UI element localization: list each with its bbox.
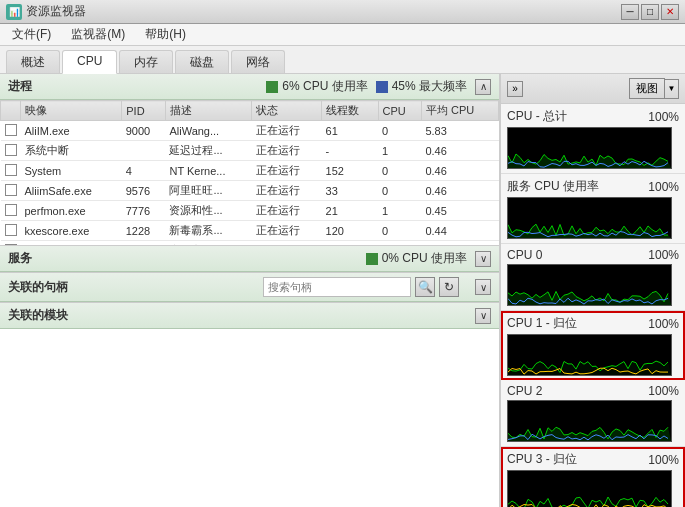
row-desc: NT Kerne...	[165, 161, 251, 181]
table-row[interactable]: perfmon.exe 7776 资源和性... 正在运行 21 1 0.45	[1, 201, 499, 221]
row-threads: -	[322, 141, 379, 161]
row-pid: 7776	[122, 201, 166, 221]
green-indicator	[266, 81, 278, 93]
module-info: ∨	[475, 308, 491, 324]
cpu-chart-item: CPU 1 - 归位 100%	[501, 311, 685, 380]
th-desc[interactable]: 描述	[165, 101, 251, 121]
handle-search-button[interactable]: 🔍	[415, 277, 435, 297]
row-checkbox[interactable]	[1, 181, 21, 201]
row-cpu: 2	[378, 241, 421, 246]
service-cpu-text: 0% CPU 使用率	[382, 250, 467, 267]
row-avgcpu: 0.46	[421, 161, 498, 181]
row-cpu: 0	[378, 181, 421, 201]
tab-overview[interactable]: 概述	[6, 50, 60, 73]
row-status: 正在运行	[252, 181, 322, 201]
view-dropdown: 视图 ▼	[629, 78, 679, 99]
menu-help[interactable]: 帮助(H)	[139, 24, 192, 45]
maximize-button[interactable]: □	[641, 4, 659, 20]
process-section: 进程 6% CPU 使用率 45% 最大频率 ∧	[0, 74, 499, 245]
table-row[interactable]: 系统中断 延迟过程... 正在运行 - 1 0.46	[1, 141, 499, 161]
row-checkbox[interactable]	[1, 121, 21, 141]
process-info: 6% CPU 使用率 45% 最大频率 ∧	[266, 78, 491, 95]
row-desc: AliWang...	[165, 121, 251, 141]
row-status: 正在运行	[252, 141, 322, 161]
table-row[interactable]: System 4 NT Kerne... 正在运行 152 0 0.46	[1, 161, 499, 181]
table-row[interactable]: AliimSafe.exe 9576 阿里旺旺... 正在运行 33 0 0.4…	[1, 181, 499, 201]
tab-memory[interactable]: 内存	[119, 50, 173, 73]
th-status[interactable]: 状态	[252, 101, 322, 121]
title-bar: 📊 资源监视器 ─ □ ✕	[0, 0, 685, 24]
row-pid: 9000	[122, 121, 166, 141]
service-section: 服务 0% CPU 使用率 ∨	[0, 245, 499, 272]
menu-monitor[interactable]: 监视器(M)	[65, 24, 131, 45]
th-pid[interactable]: PID	[122, 101, 166, 121]
cpu-chart-label: CPU 0	[507, 248, 542, 262]
handle-refresh-button[interactable]: ↻	[439, 277, 459, 297]
table-row[interactable]: AliIM.exe 9000 AliWang... 正在运行 61 0 5.83	[1, 121, 499, 141]
th-image[interactable]: 映像	[21, 101, 122, 121]
handle-search-input[interactable]	[263, 277, 411, 297]
menu-bar: 文件(F) 监视器(M) 帮助(H)	[0, 24, 685, 46]
module-title: 关联的模块	[8, 307, 68, 324]
row-desc: 资源和性...	[165, 201, 251, 221]
right-panel-header: » 视图 ▼	[501, 74, 685, 104]
th-threads[interactable]: 线程数	[322, 101, 379, 121]
row-pid: 2628	[122, 241, 166, 246]
chart-svg	[508, 471, 671, 507]
row-checkbox[interactable]	[1, 201, 21, 221]
service-title: 服务	[8, 250, 32, 267]
cpu-chart-pct: 100%	[648, 384, 679, 398]
row-cpu: 1	[378, 141, 421, 161]
row-cpu: 0	[378, 221, 421, 241]
service-green-indicator	[366, 253, 378, 265]
max-freq-text: 45% 最大频率	[392, 78, 467, 95]
row-name: 系统中断	[21, 141, 122, 161]
close-button[interactable]: ✕	[661, 4, 679, 20]
th-checkbox	[1, 101, 21, 121]
tab-bar: 概述 CPU 内存 磁盘 网络	[0, 46, 685, 74]
service-info: 0% CPU 使用率 ∨	[366, 250, 491, 267]
cpu-chart-label: 服务 CPU 使用率	[507, 178, 599, 195]
cpu-chart-label: CPU 2	[507, 384, 542, 398]
handle-search: 🔍 ↻	[255, 277, 467, 297]
row-status: 正在运行	[252, 161, 322, 181]
view-dropdown-arrow[interactable]: ▼	[665, 79, 679, 99]
cpu-usage-text: 6% CPU 使用率	[282, 78, 367, 95]
menu-file[interactable]: 文件(F)	[6, 24, 57, 45]
table-row[interactable]: dwm.exe 2628 桌面窗口... 正在运行 9 2 0.42	[1, 241, 499, 246]
row-status: 正在运行	[252, 121, 322, 141]
row-status: 正在运行	[252, 221, 322, 241]
module-collapse-btn[interactable]: ∨	[475, 308, 491, 324]
chart-svg	[508, 198, 671, 238]
process-title: 进程	[8, 78, 32, 95]
handle-info: 🔍 ↻ ∨	[255, 277, 491, 297]
module-section: 关联的模块 ∨	[0, 302, 499, 329]
row-checkbox[interactable]	[1, 221, 21, 241]
service-collapse-btn[interactable]: ∨	[475, 251, 491, 267]
row-checkbox[interactable]	[1, 241, 21, 246]
view-label[interactable]: 视图	[629, 78, 665, 99]
cpu-chart-item: CPU - 总计 100%	[501, 104, 685, 174]
tab-network[interactable]: 网络	[231, 50, 285, 73]
table-row[interactable]: kxescore.exe 1228 新毒霸系... 正在运行 120 0 0.4…	[1, 221, 499, 241]
process-header: 进程 6% CPU 使用率 45% 最大频率 ∧	[0, 74, 499, 100]
th-avgcpu[interactable]: 平均 CPU	[421, 101, 498, 121]
tab-disk[interactable]: 磁盘	[175, 50, 229, 73]
chart-svg	[508, 401, 671, 441]
row-name: kxescore.exe	[21, 221, 122, 241]
row-cpu: 0	[378, 121, 421, 141]
row-checkbox[interactable]	[1, 141, 21, 161]
expand-button[interactable]: »	[507, 81, 523, 97]
th-cpu[interactable]: CPU	[378, 101, 421, 121]
cpu-chart-pct: 100%	[648, 453, 679, 467]
right-panel: » 视图 ▼ CPU - 总计 100% 服务 CPU 使用率 100%	[500, 74, 685, 507]
handle-collapse-btn[interactable]: ∨	[475, 279, 491, 295]
process-table-wrap: 映像 PID 描述 状态 线程数 CPU 平均 CPU AliIM.exe 90…	[0, 100, 499, 245]
tab-cpu[interactable]: CPU	[62, 50, 117, 74]
handle-title: 关联的句柄	[8, 279, 68, 296]
process-collapse-btn[interactable]: ∧	[475, 79, 491, 95]
row-desc: 延迟过程...	[165, 141, 251, 161]
minimize-button[interactable]: ─	[621, 4, 639, 20]
cpu-chart-label: CPU 1 - 归位	[507, 315, 577, 332]
row-checkbox[interactable]	[1, 161, 21, 181]
